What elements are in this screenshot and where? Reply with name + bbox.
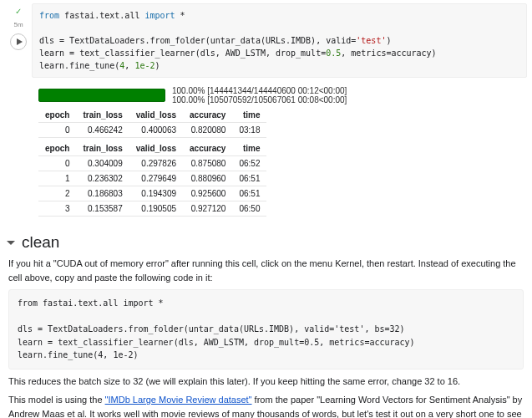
progress-text-2: 100.00% [105070592/105067061 00:08<00:00… <box>172 95 347 104</box>
table-row: 30.1535870.1905050.92712006:50 <box>38 201 266 217</box>
code-snippet: from fastai.text.all import * dls = Text… <box>8 289 524 370</box>
section-header[interactable]: clean <box>7 233 525 252</box>
col-valid-loss: valid_loss <box>129 141 183 156</box>
table-row: 00.3040090.2978260.87508006:52 <box>38 156 266 171</box>
progress-text-1: 100.00% [144441344/144440600 00:12<00:00… <box>172 86 347 95</box>
col-train-loss: train_loss <box>76 141 129 156</box>
paragraph: This reduces the batch size to 32 (we wi… <box>8 375 524 389</box>
col-valid-loss: valid_loss <box>129 108 183 123</box>
run-cell-button[interactable] <box>10 33 27 50</box>
col-epoch: epoch <box>38 108 76 123</box>
table-row: 0 0.466242 0.400063 0.820080 03:18 <box>38 123 266 138</box>
check-icon: ✓ <box>15 7 22 16</box>
col-epoch: epoch <box>38 141 76 156</box>
elapsed-label: 5m <box>13 21 23 28</box>
paragraph: This model is using the "IMDb Large Movi… <box>8 393 524 418</box>
col-time: time <box>232 108 266 123</box>
col-train-loss: train_loss <box>76 108 129 123</box>
section-title: clean <box>22 233 59 252</box>
col-accuracy: accuracy <box>183 108 232 123</box>
progress-bar <box>38 89 165 102</box>
code-editor[interactable]: from fastai.text.all import * dls = Text… <box>32 3 527 78</box>
cell-output: 100.00% [144441344/144440600 00:12<00:00… <box>32 78 527 220</box>
cell-gutter: ✓ 5m <box>5 3 32 50</box>
paragraph: If you hit a "CUDA out of memory error" … <box>8 257 524 284</box>
training-table-1: epoch train_loss valid_loss accuracy tim… <box>38 108 266 138</box>
code-cell-1: ✓ 5m from fastai.text.all import * dls =… <box>5 3 527 220</box>
table-row: 20.1868030.1943090.92560006:51 <box>38 186 266 201</box>
col-time: time <box>232 141 266 156</box>
training-table-2: epoch train_loss valid_loss accuracy tim… <box>38 141 266 217</box>
chevron-down-icon <box>7 241 15 245</box>
col-accuracy: accuracy <box>183 141 232 156</box>
imdb-dataset-link[interactable]: "IMDb Large Movie Review dataset" <box>105 395 252 405</box>
table-row: 10.2363020.2796490.88096006:51 <box>38 171 266 186</box>
